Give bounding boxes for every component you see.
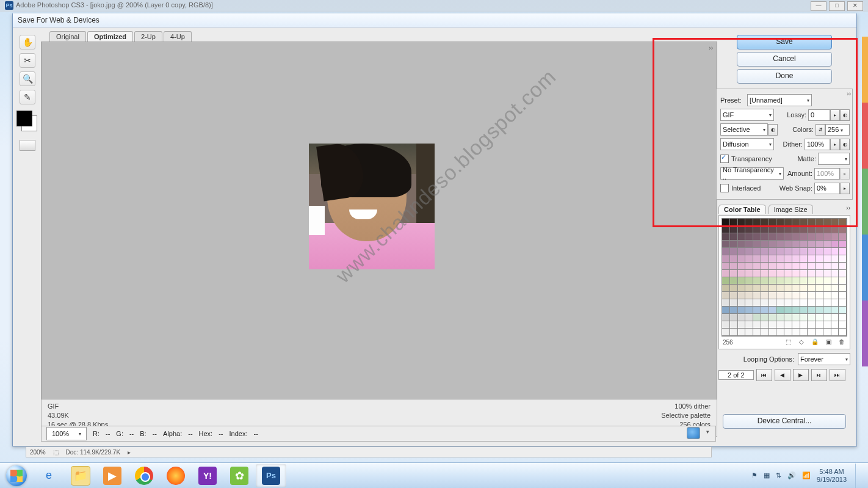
color-swatch-cell[interactable]	[769, 233, 777, 241]
preview-in-browser-icon[interactable]	[687, 427, 700, 439]
color-swatch-cell[interactable]	[800, 321, 808, 329]
color-swatch-cell[interactable]	[776, 307, 784, 314]
color-swatch-cell[interactable]	[816, 321, 823, 329]
color-swatch-cell[interactable]	[761, 321, 769, 329]
color-swatch-cell[interactable]	[776, 285, 784, 292]
color-swatch-cell[interactable]	[784, 314, 792, 321]
color-swatch-cell[interactable]	[792, 299, 800, 307]
color-swatch-cell[interactable]	[753, 292, 761, 299]
taskbar-photoshop[interactable]: Ps	[256, 464, 286, 487]
color-swatch-cell[interactable]	[738, 321, 746, 329]
color-swatch-cell[interactable]	[839, 248, 847, 255]
color-swatch-cell[interactable]	[753, 277, 761, 285]
websnap-input[interactable]: 0%	[814, 183, 840, 194]
slice-select-tool-icon[interactable]: ✂	[20, 53, 35, 68]
color-swatch-cell[interactable]	[776, 226, 784, 233]
color-swatch-cell[interactable]	[753, 263, 761, 270]
color-swatch-cell[interactable]	[730, 321, 738, 329]
color-swatch-cell[interactable]	[769, 270, 777, 277]
device-central-button[interactable]: Device Central...	[723, 414, 846, 429]
color-swatch-cell[interactable]	[761, 226, 769, 233]
color-swatch-cell[interactable]	[808, 299, 816, 307]
color-swatch-cell[interactable]	[839, 270, 847, 277]
tab-optimized[interactable]: Optimized	[87, 31, 133, 42]
preview-flyout-icon[interactable]: ››	[709, 45, 713, 51]
taskbar-chrome[interactable]	[129, 464, 159, 487]
color-swatch-cell[interactable]	[792, 219, 800, 226]
color-swatch-cell[interactable]	[816, 263, 823, 270]
color-swatch-cell[interactable]	[753, 226, 761, 233]
color-swatch-cell[interactable]	[730, 299, 738, 307]
close-button[interactable]: ✕	[847, 1, 863, 11]
color-swatch-cell[interactable]	[784, 241, 792, 248]
color-swatch-cell[interactable]	[784, 270, 792, 277]
color-swatch-cell[interactable]	[823, 270, 831, 277]
color-swatch-cell[interactable]	[839, 241, 847, 248]
color-swatch-cell[interactable]	[800, 285, 808, 292]
color-swatch-cell[interactable]	[776, 321, 784, 329]
color-swatch-cell[interactable]	[753, 307, 761, 314]
color-swatch-cell[interactable]	[730, 270, 738, 277]
color-swatch-cell[interactable]	[730, 219, 738, 226]
reduction-mask-icon[interactable]: ◐	[768, 124, 778, 136]
color-swatch-cell[interactable]	[816, 233, 823, 241]
taskbar-yahoo-messenger[interactable]: Y!	[192, 464, 223, 487]
color-swatch-cell[interactable]	[738, 277, 746, 285]
color-swatch-cell[interactable]	[823, 321, 831, 329]
color-swatch-cell[interactable]	[738, 219, 746, 226]
color-swatch-cell[interactable]	[816, 329, 823, 336]
color-swatch-cell[interactable]	[816, 307, 823, 314]
color-swatch-cell[interactable]	[792, 248, 800, 255]
color-swatch-cell[interactable]	[753, 321, 761, 329]
color-swatch-cell[interactable]	[792, 307, 800, 314]
color-swatch-cell[interactable]	[738, 307, 746, 314]
taskbar-ie[interactable]: e	[34, 464, 64, 487]
color-swatch-cell[interactable]	[808, 285, 816, 292]
color-swatch-cell[interactable]	[745, 270, 753, 277]
color-swatch-cell[interactable]	[769, 255, 777, 263]
color-swatch-cell[interactable]	[823, 255, 831, 263]
color-swatch-cell[interactable]	[730, 255, 738, 263]
color-swatch-cell[interactable]	[761, 299, 769, 307]
color-swatch-cell[interactable]	[823, 292, 831, 299]
color-swatch-cell[interactable]	[722, 226, 730, 233]
color-swatch-cell[interactable]	[831, 307, 839, 314]
tray-flag-icon[interactable]: ⚑	[751, 472, 758, 479]
color-swatch-cell[interactable]	[745, 314, 753, 321]
ct-map-icon[interactable]: ◇	[797, 338, 806, 346]
color-swatch-cell[interactable]	[745, 263, 753, 270]
color-swatch-cell[interactable]	[738, 285, 746, 292]
color-swatch-cell[interactable]	[839, 329, 847, 336]
color-swatch-cell[interactable]	[808, 226, 816, 233]
color-swatch-cell[interactable]	[730, 248, 738, 255]
color-swatch-cell[interactable]	[831, 248, 839, 255]
color-swatch-cell[interactable]	[816, 219, 823, 226]
color-swatch-cell[interactable]	[776, 270, 784, 277]
color-swatch-cell[interactable]	[784, 226, 792, 233]
color-swatch-cell[interactable]	[784, 263, 792, 270]
color-swatch-cell[interactable]	[831, 233, 839, 241]
tray-wifi-icon[interactable]: 📶	[802, 472, 811, 479]
color-swatch-cell[interactable]	[745, 226, 753, 233]
colors-stepper-icon[interactable]: ⇵	[816, 124, 825, 136]
color-swatch-cell[interactable]	[730, 226, 738, 233]
color-swatch-cell[interactable]	[776, 292, 784, 299]
color-swatch-cell[interactable]	[792, 314, 800, 321]
color-swatch-cell[interactable]	[816, 314, 823, 321]
color-swatch-cell[interactable]	[831, 219, 839, 226]
color-swatch-cell[interactable]	[730, 307, 738, 314]
tray-app-icon[interactable]: ▦	[764, 472, 770, 479]
color-swatch-cell[interactable]	[761, 263, 769, 270]
color-swatch-cell[interactable]	[816, 248, 823, 255]
eyedropper-tool-icon[interactable]: ✎	[20, 90, 35, 104]
color-swatch-cell[interactable]	[800, 329, 808, 336]
color-swatch-cell[interactable]	[816, 241, 823, 248]
color-swatch-cell[interactable]	[730, 263, 738, 270]
color-swatch-cell[interactable]	[792, 270, 800, 277]
color-swatch-cell[interactable]	[816, 285, 823, 292]
color-swatch-cell[interactable]	[761, 255, 769, 263]
color-swatch-cell[interactable]	[753, 233, 761, 241]
color-swatch-cell[interactable]	[823, 241, 831, 248]
color-swatch-cell[interactable]	[839, 321, 847, 329]
color-swatch-cell[interactable]	[730, 292, 738, 299]
